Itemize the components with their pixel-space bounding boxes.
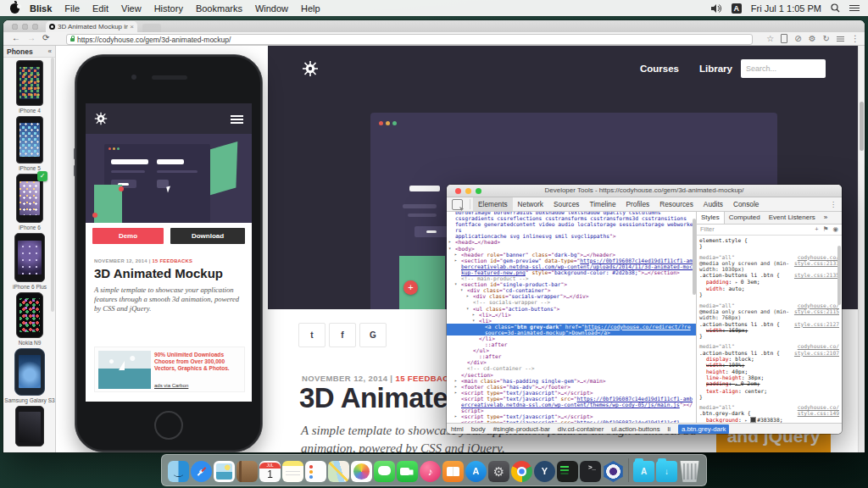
style-row-sel[interactable]: .btn.grey-dark {style.css:149: [699, 410, 839, 416]
breadcrumb-item[interactable]: li: [668, 425, 670, 433]
tree-toggle-icon[interactable]: ▸: [472, 312, 475, 318]
devtools-tree-line[interactable]: ▾<section id="single-product-bar">: [447, 281, 696, 287]
style-row-prop[interactable]: width: 160px;: [699, 327, 839, 333]
devtools-tree-line[interactable]: ▸<script type="text/javascript">…</scrip…: [447, 390, 696, 396]
tree-toggle-icon[interactable]: ▾: [466, 306, 469, 312]
twitter-share-button[interactable]: t: [298, 323, 326, 347]
style-row-atmedia[interactable]: @media only screen and (min-width: 1030p…: [699, 260, 839, 273]
sidebar-tab-computed[interactable]: Computed: [725, 212, 765, 224]
stylesheet-link[interactable]: codyhouse.co/: [798, 302, 839, 308]
devtools-selected-node[interactable]: <a class="btn grey-dark" href="https://c…: [447, 324, 696, 336]
tree-toggle-icon[interactable]: ▸: [466, 293, 469, 299]
trash-icon[interactable]: [679, 461, 700, 482]
contacts-icon[interactable]: [236, 461, 258, 482]
devtools-tree-line[interactable]: </ul>: [447, 347, 696, 353]
menu-item-view[interactable]: View: [121, 3, 142, 14]
devtools-tree-line[interactable]: ▸<header role="banner" class="dark-bg">……: [447, 252, 696, 258]
device-emulation-icon[interactable]: [781, 34, 787, 43]
tree-toggle-icon[interactable]: ▾: [472, 318, 475, 324]
tree-toggle-icon[interactable]: ▸: [454, 384, 457, 390]
breadcrumb-item[interactable]: #single-product-bar: [493, 425, 550, 433]
browser-tab[interactable]: 3D Animated Mockup in C ×: [46, 21, 137, 32]
devtools-menu-icon[interactable]: ⋮: [825, 197, 842, 211]
tree-toggle-icon[interactable]: ▾: [448, 246, 451, 252]
devtools-tree-line[interactable]: cssgradients cssreflections csstransform…: [447, 215, 696, 221]
style-row-prop[interactable]: width: 100%;: [699, 362, 839, 368]
download-button[interactable]: Download: [170, 228, 245, 244]
devtools-tree-line[interactable]: </section>: [447, 372, 696, 378]
style-row-prop[interactable]: text-align: center;: [699, 388, 839, 394]
bookmark-star-icon[interactable]: ☆: [766, 34, 774, 43]
volume-icon[interactable]: [711, 4, 722, 13]
style-row-media[interactable]: media="all"codyhouse.co/: [699, 254, 839, 260]
devtools-tree-line[interactable]: ▸<main class="has-padding single-gem">…<…: [447, 378, 696, 384]
style-row-media[interactable]: media="all"codyhouse.co/: [699, 302, 839, 308]
mobile-article-feedbacks[interactable]: 15 FEEDBACKS: [153, 258, 193, 263]
style-row-sel[interactable]: .action-buttons li .btn {style.css:2135: [699, 272, 839, 278]
stylesheet-link[interactable]: codyhouse.co/: [798, 343, 839, 349]
reminders-icon[interactable]: [305, 461, 326, 482]
ad-attribution[interactable]: ads via Carbon: [154, 383, 188, 388]
hamburger-menu-icon[interactable]: [231, 115, 243, 117]
breadcrumb-item[interactable]: html: [451, 425, 464, 433]
devtools-tree-line[interactable]: fontface generatedcontent video audio lo…: [447, 221, 696, 233]
devtools-tab-audits[interactable]: Audits: [698, 197, 728, 211]
reload-button[interactable]: ⟳: [42, 33, 49, 42]
stylesheet-link[interactable]: codyhouse.co/: [798, 404, 839, 410]
messages-icon[interactable]: [374, 461, 395, 482]
facebook-share-button[interactable]: f: [329, 323, 356, 347]
site-search-input[interactable]: Search...: [741, 59, 826, 78]
devtools-tab-console[interactable]: Console: [728, 197, 764, 211]
devtools-tree-line[interactable]: </li>: [447, 336, 696, 341]
devtools-tab-timeline[interactable]: Timeline: [584, 197, 620, 211]
chrome-icon[interactable]: [511, 461, 532, 482]
system-preferences-icon[interactable]: ⚙: [488, 461, 509, 482]
menu-item-bookmarks[interactable]: Bookmarks: [196, 3, 242, 14]
calendar-icon[interactable]: JUL1: [259, 461, 281, 482]
devtools-tree-line[interactable]: ::after: [447, 341, 696, 347]
reading-list-icon[interactable]: [837, 36, 844, 42]
codyhouse-logo-icon[interactable]: [94, 111, 108, 126]
style-row-prop[interactable]: height: 40px;: [699, 369, 839, 374]
window-minimize-button[interactable]: [22, 24, 28, 30]
styles-scrollbar[interactable]: [837, 246, 841, 305]
tree-toggle-icon[interactable]: ▸: [454, 258, 457, 263]
devtools-tab-elements[interactable]: Elements: [473, 197, 513, 211]
settings-gear-icon[interactable]: ⚙: [809, 34, 816, 43]
menu-clock[interactable]: Fri Jul 1 1:05 PM: [751, 3, 821, 14]
menu-item-help[interactable]: Help: [301, 3, 320, 14]
ad-text[interactable]: 90% Unlimited Downloads Choose from Over…: [154, 352, 242, 372]
input-source-icon[interactable]: A: [732, 3, 742, 14]
style-row-sel[interactable]: .action-buttons li .btn {style.css:2127: [699, 321, 839, 327]
forward-button[interactable]: →: [27, 33, 36, 42]
stylesheet-link[interactable]: codyhouse.co/: [798, 254, 839, 260]
finder-icon[interactable]: [168, 461, 189, 482]
menu-item-edit[interactable]: Edit: [92, 3, 108, 14]
devtools-tree-line[interactable]: ▸<head>…</head>: [447, 239, 696, 245]
styles-filter-input[interactable]: Filter: [700, 226, 715, 232]
devtools-tree-line[interactable]: </div>: [447, 359, 696, 365]
spotlight-search-icon[interactable]: [831, 3, 840, 13]
devtools-tree-line[interactable]: <!-- main-product -->: [447, 275, 696, 281]
device-item-iphone6[interactable]: ✓iPhone 6: [3, 174, 56, 230]
maps-icon[interactable]: [328, 461, 349, 482]
style-row-sel[interactable]: .action-buttons li .btn {style.css:2107: [699, 350, 839, 356]
menu-item-history[interactable]: History: [154, 3, 183, 14]
safari-icon[interactable]: [191, 461, 212, 482]
photos-icon[interactable]: [351, 461, 372, 482]
blisk-icon[interactable]: [603, 461, 624, 482]
devtools-tree-line[interactable]: ▾<li>: [447, 318, 696, 324]
toggle-element-state-icon[interactable]: ◉: [832, 226, 838, 232]
breadcrumb-item[interactable]: a.btn.grey-dark: [678, 424, 729, 434]
devtools-tree-line[interactable]: ▸<div class="socials-wrapper">…</div>: [447, 293, 696, 299]
devtools-tree-line[interactable]: ▾<ul class="action-buttons">: [447, 306, 696, 312]
devtools-tree-line[interactable]: ▸<li>…</li>: [447, 312, 696, 318]
tree-toggle-icon[interactable]: ▸: [454, 413, 457, 419]
devtools-tab-profiles[interactable]: Profiles: [621, 197, 655, 211]
stylesheet-link[interactable]: style.css:2131: [794, 260, 839, 273]
new-tab-button[interactable]: [142, 24, 161, 32]
tree-toggle-icon[interactable]: ▸: [454, 252, 457, 258]
sidebar-tab-event-listeners[interactable]: Event Listeners: [765, 212, 820, 224]
photos-classic-icon[interactable]: [214, 461, 235, 482]
devtools-tree-line[interactable]: applicationcache svg inlinesvg smil svgc…: [447, 233, 696, 239]
